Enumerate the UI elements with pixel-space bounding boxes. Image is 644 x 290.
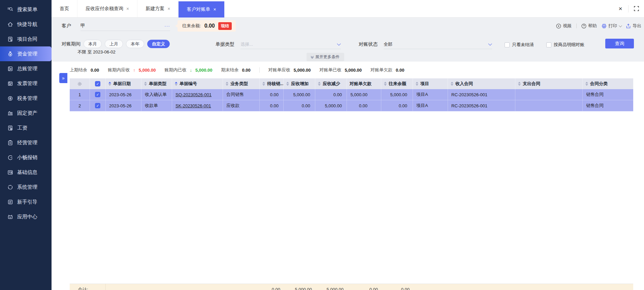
- header-contract-category[interactable]: 合同分类: [583, 78, 633, 89]
- header-doc-type[interactable]: 单据类型: [141, 78, 172, 89]
- sort-icon[interactable]: [262, 82, 265, 86]
- sidebar-item-quick-nav[interactable]: 快捷导航: [0, 17, 52, 32]
- table-row[interactable]: 1 ✓ 2023-05-26 收入确认单 SQ-20230526-001 合同销…: [70, 89, 633, 100]
- sort-icon[interactable]: [286, 82, 289, 86]
- cell-biz-type: 应收款: [223, 100, 260, 111]
- close-icon[interactable]: ×: [126, 6, 129, 11]
- sort-icon[interactable]: [144, 82, 147, 86]
- sort-icon[interactable]: [585, 82, 588, 86]
- status-value: 全部: [384, 41, 392, 47]
- doc-no-link[interactable]: SK-20230526-001: [175, 103, 211, 108]
- doc-type-select[interactable]: 选择...: [240, 40, 341, 49]
- collapse-panel-handle[interactable]: »: [59, 73, 67, 83]
- sidebar-item-basic-info[interactable]: 基础信息: [0, 165, 52, 180]
- by-item-checkbox[interactable]: 按商品明细对账: [546, 42, 584, 48]
- tab-home[interactable]: 首页: [52, 0, 77, 17]
- sidebar-item-beginner-guide[interactable]: 新手引导: [0, 194, 52, 209]
- sidebar-item-operations[interactable]: 经营管理: [0, 135, 52, 150]
- more-options-icon[interactable]: ···: [164, 23, 170, 29]
- sort-icon[interactable]: [108, 82, 111, 86]
- doc-no-link[interactable]: SQ-20230526-001: [175, 92, 212, 97]
- stat-period-receivable: 账期内应收 ↑ 5,000.00: [108, 67, 156, 73]
- period-option-last-month[interactable]: 上月: [105, 40, 123, 48]
- divider: [576, 24, 577, 28]
- table-row[interactable]: 2 ✓ 2023-05-26 收款单 SK-20230526-001 应收款 0…: [70, 100, 633, 111]
- sidebar-item-label: 项目合同: [17, 36, 37, 42]
- period-option-this-year[interactable]: 本年: [126, 40, 144, 48]
- row-checkbox[interactable]: ✓: [90, 89, 106, 100]
- period-option-custom[interactable]: 自定义: [147, 40, 170, 48]
- sort-icon[interactable]: [416, 82, 418, 86]
- header-statement-owed[interactable]: 对账单欠款: [347, 78, 381, 89]
- cell-income-contract: RC-20230526-001: [448, 89, 515, 100]
- header-project[interactable]: 项目: [413, 78, 448, 89]
- sidebar-item-project-contract[interactable]: 项目合同: [0, 32, 52, 46]
- sidebar-item-payroll[interactable]: 工资: [0, 120, 52, 135]
- main-content: 上期结余 0.00 账期内应收 ↑ 5,000.00 账期内已收 ↓ 5,000…: [52, 62, 644, 290]
- sidebar-item-invoice-management[interactable]: 发票管理: [0, 76, 52, 91]
- sort-icon[interactable]: [226, 82, 228, 86]
- sidebar-item-label: 基础信息: [17, 169, 37, 176]
- header-doc-date[interactable]: 单据日期: [106, 78, 141, 89]
- sidebar-item-label: 发票管理: [17, 80, 37, 87]
- sidebar-item-tax-management[interactable]: 税务管理: [0, 91, 52, 106]
- sidebar-item-label: 经营管理: [17, 140, 37, 146]
- close-icon[interactable]: ×: [167, 6, 170, 11]
- expand-more-button[interactable]: 展开更多条件: [307, 53, 344, 61]
- tab-bar: 首页 应收应付余额查询 × 新建方案 × 客户对账单 × ×: [52, 0, 644, 17]
- sort-icon[interactable]: [518, 82, 521, 86]
- status-select[interactable]: 全部: [384, 40, 492, 49]
- funds-icon: [7, 51, 13, 57]
- checkbox-checked-icon[interactable]: ✓: [95, 92, 100, 97]
- query-button[interactable]: 查询: [605, 39, 634, 48]
- export-button[interactable]: 导出: [626, 23, 641, 29]
- tab-new-plan[interactable]: 新建方案 ×: [137, 0, 179, 17]
- sort-icon[interactable]: [451, 82, 453, 86]
- header-doc-no[interactable]: 单据编号: [172, 78, 223, 89]
- tab-label: 客户对账单: [187, 6, 210, 12]
- sidebar-item-funds-management[interactable]: 资金管理: [0, 46, 52, 61]
- sidebar-item-reimburse[interactable]: 小畅报销: [0, 150, 52, 165]
- print-button[interactable]: 打印: [602, 23, 621, 29]
- period-option-this-month[interactable]: 本月: [84, 40, 102, 48]
- row-checkbox[interactable]: ✓: [90, 100, 106, 111]
- checkbox-icon[interactable]: [505, 42, 510, 47]
- cell-doc-type: 收入确认单: [141, 89, 172, 100]
- column-settings-button[interactable]: [70, 78, 90, 89]
- checkbox-checked-icon[interactable]: ✓: [95, 81, 100, 86]
- chevron-down-icon[interactable]: [619, 24, 622, 27]
- period-range-value[interactable]: 不限 至 2023-06-02: [77, 49, 116, 55]
- header-pending[interactable]: 待核销...: [260, 78, 284, 89]
- stat-statement-received: 对账单已收 5,000.00: [319, 67, 362, 73]
- tab-balance-query[interactable]: 应收应付余额查询 ×: [77, 0, 137, 17]
- doc-type-label: 单据类型: [216, 41, 234, 47]
- header-receivable-increase[interactable]: 应收增加: [284, 78, 315, 89]
- fullscreen-icon[interactable]: [629, 0, 644, 17]
- customer-input[interactable]: 甲 ···: [80, 21, 170, 31]
- sort-icon[interactable]: [384, 82, 387, 86]
- sidebar-item-system-management[interactable]: 系统管理: [0, 180, 52, 194]
- header-balance[interactable]: 往来余额: [381, 78, 413, 89]
- unsettled-checkbox[interactable]: 只看未结清: [505, 42, 534, 48]
- sort-icon[interactable]: [318, 82, 321, 86]
- bubble-arrow: [175, 24, 178, 28]
- checkbox-checked-icon[interactable]: ✓: [95, 103, 100, 108]
- header-receivable-decrease[interactable]: 应收减少: [315, 78, 347, 89]
- sort-icon[interactable]: [175, 82, 178, 86]
- sidebar-item-fixed-assets[interactable]: 固定资产: [0, 106, 52, 120]
- checkbox-icon[interactable]: [546, 42, 551, 47]
- cell-decrease: 0.00: [315, 89, 347, 100]
- sidebar-item-app-center[interactable]: 应用中心: [0, 209, 52, 224]
- sidebar-item-search-menu[interactable]: 搜索菜单: [0, 2, 52, 17]
- header-expense-contract[interactable]: 支出合同: [515, 78, 583, 89]
- close-window-icon[interactable]: ×: [613, 0, 628, 17]
- header-biz-type[interactable]: 业务类型: [223, 78, 260, 89]
- video-button[interactable]: 视频: [556, 23, 572, 29]
- select-all-checkbox[interactable]: ✓: [90, 78, 106, 89]
- tab-customer-statement[interactable]: 客户对账单 ×: [179, 1, 224, 17]
- cell-doc-date: 2023-05-26: [106, 100, 141, 111]
- close-icon[interactable]: ×: [213, 7, 216, 12]
- header-income-contract[interactable]: 收入合同: [448, 78, 515, 89]
- sidebar-item-general-ledger[interactable]: 总账管理: [0, 61, 52, 76]
- help-button[interactable]: 帮助: [581, 23, 597, 29]
